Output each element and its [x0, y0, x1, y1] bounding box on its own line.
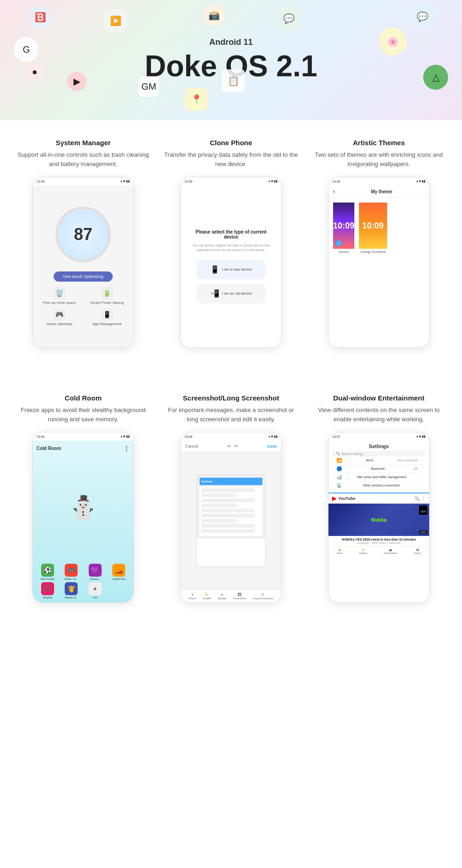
cp-option1-label: I am a new device: [222, 267, 252, 271]
sc-redo-icon[interactable]: ↪: [234, 443, 237, 449]
phone-mockup-sm: 15:59 ● ■ ▮▮ 87 One-touch Optimizing 🗑️ …: [32, 177, 134, 348]
cr-menu-icon[interactable]: ⋮: [123, 444, 130, 452]
dw-sim-chevron: ›: [420, 475, 422, 479]
dw-explore-icon: 🧭: [362, 548, 365, 551]
sc-bottom-share[interactable]: ⬆ Share: [188, 593, 196, 600]
header-icon-maps: 📍: [185, 88, 208, 111]
dw-nav-subscriptions[interactable]: 📺 Subscriptions: [383, 548, 397, 554]
status-icons-dw: ● ■ ▮▮: [416, 435, 426, 438]
cr-app-name-1: Modern Co...: [65, 578, 78, 580]
cr-app-1: 🎮 Modern Co...: [61, 564, 83, 580]
dw-home-icon: 🏠: [338, 548, 341, 551]
status-time-dw: 15:57: [332, 435, 340, 438]
sm-optimize-button[interactable]: One-touch Optimizing: [54, 271, 112, 282]
dw-yt-search-icon[interactable]: 🔍: [414, 496, 419, 501]
feature-desc-dw: View different contents on the same scre…: [310, 406, 448, 424]
status-bar-at: 15:30 ● ■ ▮▮: [328, 177, 429, 185]
status-icons-sc: ● ■ ▮▮: [268, 435, 278, 438]
sc-row-3: [201, 499, 255, 502]
at-screen-title: My theme: [339, 189, 425, 194]
feature-system-manager: System Manager Support all-in-one contro…: [14, 139, 152, 348]
dw-video-brand: Nvidia: [371, 517, 386, 523]
status-time-sc: 15:56: [184, 435, 193, 438]
sc-bottom-freeshot[interactable]: 🔲 Free Shot: [233, 593, 245, 600]
sc-cancel-button[interactable]: Cancel: [185, 444, 198, 449]
dw-search-placeholder: Search settings: [341, 452, 364, 456]
cr-app-icon-4: 🎵: [41, 582, 54, 595]
sc-row-7: [201, 519, 237, 523]
sm-item-1: 🔋 Smart Power Saving: [85, 287, 129, 305]
cp-new-phone-icon: 📱: [210, 265, 219, 274]
header: 🅱️ ▶️ 📸 💬 💬 G ● ▶ GM 📋 △ 📍 🌸 Android 11 …: [0, 0, 462, 120]
divider-1: [0, 357, 462, 376]
sc-bottom-longshot[interactable]: 📋 Long Screenshot: [252, 593, 273, 600]
feature-title-at: Artistic Themes: [353, 139, 405, 147]
sm-score-value: 87: [74, 225, 92, 244]
cr-app-icon-0: ⚽: [41, 564, 54, 577]
at-back-icon[interactable]: ‹: [333, 188, 335, 195]
sc-row-8: [201, 524, 255, 528]
sc-bottom-graffiti[interactable]: ✏️ Graffiti: [203, 593, 211, 600]
dw-bluetooth-icon: 🔵: [336, 466, 342, 471]
cr-app-name-add: Add: [93, 596, 97, 599]
sc-mosaic-icon: ⊞: [221, 593, 223, 596]
dw-sim-label: SIM cards and traffic management: [345, 475, 418, 479]
feature-title-cr: Cold Room: [65, 394, 102, 402]
sm-item-3: 📱 App Management: [85, 308, 129, 326]
feature-cold-room: Cold Room Freeze apps to avoid their ste…: [14, 394, 152, 603]
dw-wireless-icon: 📡: [336, 483, 342, 488]
sm-item-0: 🗑️ Free up more space: [37, 287, 81, 305]
status-time-cr: 15:50: [36, 435, 45, 438]
dw-home-label: Home: [337, 552, 343, 554]
dw-search-bar[interactable]: 🔍 Search settings: [332, 451, 426, 456]
dw-search-icon: 🔍: [336, 452, 340, 456]
status-bar-cp: 15:30 ● ■ ▮▮: [181, 177, 281, 185]
header-icon-2: ▶️: [104, 9, 127, 32]
dw-nav-library[interactable]: 📚 Library: [414, 548, 421, 554]
dw-youtube-pane: ▶ YouTube 🔍 ⋮ Nvidia CES: [328, 493, 429, 603]
header-subtitle: Android 11: [209, 37, 253, 47]
dw-yt-header: ▶ YouTube 🔍 ⋮: [328, 493, 429, 504]
cr-app-icon-1: 🎮: [65, 564, 78, 577]
sc-preview-header: Settings: [200, 478, 262, 485]
dw-row-wifi: 📶 Wi-Fi Not connected ›: [332, 456, 426, 465]
circle-container: 87: [55, 207, 111, 267]
header-icon-gm: GM: [139, 76, 159, 97]
status-icons-sm: ● ■ ▮▮: [121, 179, 130, 183]
sc-preview-rows: [200, 486, 262, 536]
dw-video-title: NVIDIAs CES 2018 event in less than 10 m…: [332, 538, 426, 541]
cr-app-name-4: SongPop: [43, 596, 52, 599]
dw-video-duration: 9:21: [419, 530, 427, 534]
sc-mosaic-label: Mosaic: [218, 597, 226, 600]
sc-undo-icon[interactable]: ↩: [227, 443, 231, 449]
header-icon-3: 📸: [203, 5, 225, 26]
at-themes-container: 10:09 ✓ Aurora 10:09 Orange Sunshine: [328, 198, 429, 259]
sc-save-button[interactable]: Save: [267, 444, 277, 449]
header-icon-6: ●: [25, 62, 44, 81]
cr-app-name-2: Dreame...: [90, 578, 100, 580]
dw-nav-home[interactable]: 🏠 Home: [337, 548, 343, 554]
orange-label: Orange Sunshine: [359, 249, 387, 255]
dw-subscriptions-icon: 📺: [389, 548, 392, 551]
sc-bottom-toolbar: ⬆ Share ✏️ Graffiti ⊞ Mosaic 🔲: [181, 590, 281, 603]
sc-graffiti-label: Graffiti: [203, 597, 211, 600]
status-bar-sm: 15:59 ● ■ ▮▮: [33, 177, 134, 185]
sm-icon-battery: 🔋: [101, 287, 113, 299]
header-icon-8: 📋: [222, 69, 245, 92]
dw-video-meta: Engadget · 280K views 1 week ago: [332, 542, 426, 544]
sm-items-grid: 🗑️ Free up more space 🔋 Smart Power Savi…: [37, 287, 129, 326]
dw-library-icon: 📚: [416, 548, 419, 551]
header-icon-7: ▶: [67, 72, 86, 91]
sc-share-label: Share: [188, 597, 196, 600]
sc-edit-icons: ↩ ↪: [227, 443, 237, 449]
dw-nav-explore[interactable]: 🧭 Explore: [359, 548, 367, 554]
dw-yt-action-icons: 🔍 ⋮: [414, 496, 426, 501]
dw-video-age: 1 week ago: [386, 542, 401, 544]
sc-row-2: [201, 493, 237, 497]
feature-title-cp: Clone Phone: [210, 139, 252, 147]
header-icon-5: 💬: [410, 5, 434, 29]
dw-yt-more-icon[interactable]: ⋮: [421, 496, 426, 501]
orange-preview: 10:09: [359, 203, 387, 249]
cr-content: Cold Room ⋮ ⛄ ⚽ Real Football 🎮: [33, 441, 134, 603]
sc-bottom-mosaic[interactable]: ⊞ Mosaic: [218, 593, 226, 600]
